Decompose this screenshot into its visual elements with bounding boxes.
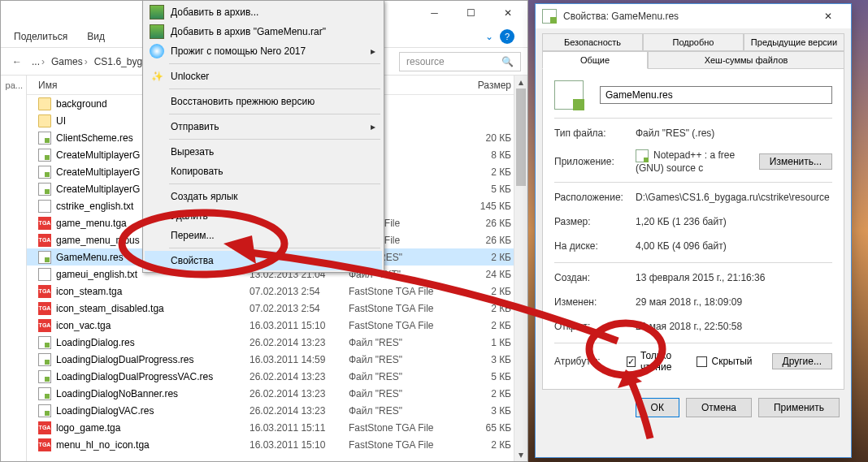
- tab-hash-sums[interactable]: Хеш-суммы файлов: [648, 51, 844, 69]
- col-size[interactable]: Размер: [454, 80, 511, 91]
- wand-icon: ✨: [150, 69, 164, 84]
- menu-item[interactable]: Восстановить прежнюю версию: [145, 92, 382, 111]
- file-size: 26 КБ: [454, 218, 511, 229]
- ribbon-tab-share[interactable]: Поделиться: [14, 31, 67, 42]
- menu-item-label: Добавить в архив...: [171, 6, 258, 18]
- ok-button[interactable]: ОК: [636, 398, 679, 417]
- file-size: 26 КБ: [454, 235, 511, 246]
- tab-previous-versions[interactable]: Предыдущие версии: [744, 33, 844, 51]
- file-size: 2 КБ: [454, 388, 511, 399]
- res-icon: [38, 353, 51, 366]
- scroll-up-icon[interactable]: ▴: [514, 76, 527, 89]
- file-row[interactable]: LoadingDialogDualProgressVAC.res26.02.20…: [27, 368, 527, 385]
- file-type: Файл "RES": [349, 371, 454, 382]
- file-row[interactable]: LoadingDialog.res26.02.2014 13:23Файл "R…: [27, 334, 527, 351]
- menu-item-label: Копировать: [171, 166, 224, 177]
- modified-value: 29 мая 2018 г., 18:09:09: [636, 296, 832, 308]
- menu-item[interactable]: ✨Unlocker: [145, 67, 382, 86]
- file-name: menu_hl_no_icon.tga: [56, 439, 150, 451]
- file-name: LoadingDialogVAC.res: [56, 405, 154, 417]
- file-type-value: Файл "RES" (.res): [636, 127, 832, 139]
- scroll-down-icon[interactable]: ▾: [514, 448, 527, 461]
- menu-item[interactable]: Переим...: [145, 226, 382, 245]
- file-size: 1 КБ: [454, 337, 511, 348]
- tga-icon: TGA: [38, 302, 51, 315]
- scroll-thumb[interactable]: [516, 89, 526, 186]
- cancel-button[interactable]: Отмена: [686, 398, 752, 417]
- menu-item[interactable]: Добавить в архив...: [145, 2, 382, 22]
- menu-item-label: Добавить в архив "GameMenu.rar": [171, 26, 326, 37]
- tga-icon: TGA: [38, 285, 51, 298]
- menu-item-label: Свойства: [171, 255, 214, 266]
- file-row[interactable]: LoadingDialogDualProgress.res16.03.2011 …: [27, 351, 527, 368]
- search-input[interactable]: resource 🔍: [399, 52, 521, 71]
- menu-item[interactable]: Отправить▸: [145, 117, 382, 136]
- close-button[interactable]: ✕: [489, 2, 526, 24]
- file-type: FastStone TGA File: [349, 422, 454, 434]
- menu-item[interactable]: Свойства: [145, 251, 382, 270]
- menu-separator: [169, 139, 380, 140]
- nav-pane[interactable]: ра...: [1, 76, 27, 461]
- res-icon: [38, 387, 51, 400]
- file-row[interactable]: TGAicon_steam.tga07.02.2013 2:54FastSton…: [27, 283, 527, 300]
- file-size: 65 КБ: [454, 422, 511, 434]
- file-type: FastStone TGA File: [349, 303, 454, 314]
- chevron-down-icon[interactable]: ⌄: [485, 31, 493, 42]
- file-size: 24 КБ: [454, 269, 511, 280]
- opened-value: 29 мая 2018 г., 22:50:58: [636, 321, 832, 332]
- help-icon[interactable]: ?: [500, 29, 514, 44]
- readonly-label: Только чтение: [640, 350, 682, 373]
- menu-item[interactable]: Копировать: [145, 162, 382, 181]
- file-row[interactable]: TGAmenu_hl_no_icon.tga16.03.2011 15:10Fa…: [27, 436, 527, 453]
- tab-security[interactable]: Безопасность: [542, 33, 643, 51]
- tab-body: Тип файла: Файл "RES" (.res) Приложение:…: [542, 69, 844, 390]
- res-icon: [38, 149, 51, 162]
- vertical-scrollbar[interactable]: ▴ ▾: [514, 76, 527, 461]
- other-attributes-button[interactable]: Другие...: [772, 353, 832, 369]
- maximize-button[interactable]: ☐: [453, 2, 489, 24]
- tab-details[interactable]: Подробно: [643, 33, 744, 51]
- file-name: LoadingDialogDualProgressVAC.res: [56, 371, 213, 382]
- file-row[interactable]: LoadingDialogNoBanner.res26.02.2014 13:2…: [27, 385, 527, 402]
- file-row[interactable]: TGAicon_vac.tga16.03.2011 15:10FastStone…: [27, 317, 527, 334]
- txt-icon: [38, 200, 51, 213]
- disk-label: На диске:: [554, 240, 636, 252]
- created-value: 13 февраля 2015 г., 21:16:36: [636, 272, 832, 283]
- menu-item[interactable]: Добавить в архив "GameMenu.rar": [145, 22, 382, 41]
- tab-general[interactable]: Общие: [542, 51, 648, 69]
- menu-item-label: Отправить: [171, 121, 219, 132]
- ribbon-tab-view[interactable]: Вид: [87, 31, 105, 42]
- close-button[interactable]: ✕: [812, 5, 844, 28]
- res-icon: [38, 404, 51, 417]
- rar-icon: [150, 24, 164, 39]
- file-row[interactable]: TGAlogo_game.tga16.03.2011 15:11FastSton…: [27, 419, 527, 436]
- properties-dialog: Свойства: GameMenu.res ✕ Безопасность По…: [535, 3, 852, 458]
- file-type: FastStone TGA File: [349, 439, 454, 451]
- menu-item[interactable]: Прожиг с помощью Nero 2017▸: [145, 41, 382, 61]
- properties-titlebar[interactable]: Свойства: GameMenu.res ✕: [536, 4, 851, 28]
- file-row[interactable]: TGAicon_steam_disabled.tga07.02.2013 2:5…: [27, 300, 527, 317]
- menu-separator: [169, 89, 380, 89]
- filename-input[interactable]: [600, 86, 832, 104]
- minimize-button[interactable]: ─: [416, 2, 453, 24]
- location-label: Расположение:: [554, 192, 636, 203]
- file-size: 2 КБ: [454, 166, 511, 178]
- checkbox-icon: [697, 356, 707, 367]
- hidden-checkbox[interactable]: Скрытый: [697, 356, 753, 367]
- change-app-button[interactable]: Изменить...: [759, 153, 832, 170]
- file-type: Файл "RES": [349, 388, 454, 399]
- file-name: GameMenu.res: [56, 252, 124, 263]
- file-row[interactable]: LoadingDialogVAC.res26.02.2014 13:23Файл…: [27, 402, 527, 419]
- file-name: ClientScheme.res: [56, 132, 133, 144]
- menu-item[interactable]: Вырезать: [145, 142, 382, 162]
- back-button[interactable]: ←: [7, 52, 27, 71]
- readonly-checkbox[interactable]: Только чтение: [627, 350, 682, 373]
- menu-item[interactable]: Создать ярлык: [145, 187, 382, 206]
- breadcrumb-item[interactable]: Games: [51, 56, 89, 67]
- menu-item[interactable]: Удалить: [145, 206, 382, 226]
- file-size: 3 КБ: [454, 354, 511, 365]
- file-name: UI: [56, 115, 66, 127]
- menu-item-label: Вырезать: [171, 146, 214, 158]
- apply-button[interactable]: Применить: [758, 398, 840, 417]
- breadcrumb-item[interactable]: ...: [32, 56, 46, 67]
